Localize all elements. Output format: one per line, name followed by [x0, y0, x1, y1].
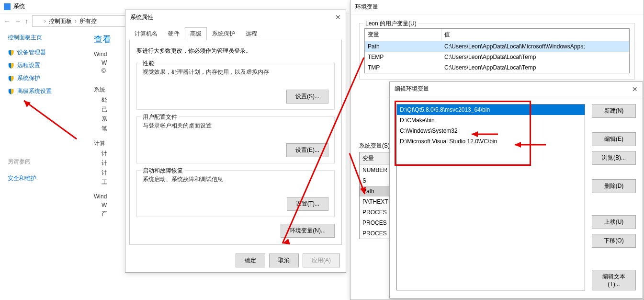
- close-button[interactable]: ✕: [632, 85, 638, 93]
- profile-settings-button[interactable]: 设置(E)...: [286, 143, 328, 157]
- sysprop-title: 系统属性: [130, 13, 153, 22]
- sidebar-item-label: 高级系统设置: [17, 87, 52, 95]
- sidebar-item-device-manager[interactable]: 设备管理器: [8, 48, 84, 57]
- shield-icon: [8, 88, 14, 95]
- list-item[interactable]: D:\CMake\bin: [397, 115, 585, 126]
- sidebar: 控制面板主页 设备管理器 远程设置 系统保护 高级系统设置 另请参阅 安全和维护: [8, 34, 84, 219]
- browse-button[interactable]: 浏览(B)...: [592, 151, 636, 165]
- table-row[interactable]: TEMP C:\Users\Leon\AppData\Local\Temp: [365, 52, 629, 62]
- editenv-titlebar: 编辑环境变量 ✕: [390, 82, 643, 96]
- tab-advanced[interactable]: 高级: [185, 27, 207, 40]
- envvars-titlebar: 环境变量: [350, 0, 644, 14]
- shield-icon: [8, 49, 14, 56]
- cancel-button[interactable]: 取消: [269, 254, 299, 267]
- profile-text: 与登录帐户相关的桌面设置: [143, 122, 328, 130]
- sidebar-item-label: 设备管理器: [17, 48, 46, 57]
- edit-env-dialog: 编辑环境变量 ✕ D:\Qt\Qt5.8.0\5.8\msvc2013_64\b…: [389, 81, 643, 299]
- env-vars-button[interactable]: 环境变量(N)...: [281, 224, 335, 238]
- tab-remote[interactable]: 远程: [240, 27, 262, 40]
- sidebar-item-advanced[interactable]: 高级系统设置: [8, 87, 84, 95]
- editenv-buttons: 新建(N) 编辑(E) 浏览(B)... 删除(D) 上移(U) 下移(O) 编…: [592, 104, 636, 290]
- breadcrumb-item[interactable]: 控制面板: [49, 17, 72, 25]
- profile-group: 用户配置文件 与登录帐户相关的桌面设置 设置(E)...: [136, 116, 335, 163]
- shield-icon: [8, 75, 14, 82]
- sidebar-item-label: 远程设置: [17, 61, 40, 69]
- breadcrumb-sep: ›: [44, 18, 46, 24]
- close-button[interactable]: ✕: [335, 13, 341, 21]
- move-up-button[interactable]: 上移(U): [592, 215, 636, 229]
- envvars-title: 环境变量: [355, 3, 378, 11]
- cell-var: TMP: [365, 62, 441, 73]
- breadcrumb-sep: ›: [75, 18, 77, 24]
- performance-text: 视觉效果，处理器计划，内存使用，以及虚拟内存: [143, 68, 328, 76]
- user-vars-header: 变量 值: [365, 29, 629, 41]
- tab-protection[interactable]: 系统保护: [207, 27, 240, 40]
- shield-icon: [8, 62, 14, 69]
- pc-icon: [35, 18, 41, 24]
- apply-button[interactable]: 应用(A): [303, 254, 340, 267]
- list-item[interactable]: C:\Windows\System32: [397, 126, 585, 136]
- instruct-text: 要进行大多数更改，你必须作为管理员登录。: [136, 47, 335, 55]
- performance-label: 性能: [141, 59, 156, 68]
- edit-button[interactable]: 编辑(E): [592, 132, 636, 146]
- tab-hardware[interactable]: 硬件: [163, 27, 185, 40]
- list-item[interactable]: D:\Microsoft Visual Studio 12.0\VC\bin: [397, 136, 585, 147]
- path-list[interactable]: D:\Qt\Qt5.8.0\5.8\msvc2013_64\bin D:\CMa…: [396, 104, 585, 290]
- breadcrumb-item[interactable]: 所有控: [79, 17, 97, 25]
- editenv-title: 编辑环境变量: [395, 85, 429, 93]
- sidebar-header[interactable]: 控制面板主页: [8, 34, 84, 42]
- cell-val: C:\Users\Leon\AppData\Local\Temp: [441, 52, 629, 62]
- list-item[interactable]: D:\Qt\Qt5.8.0\5.8\msvc2013_64\bin: [397, 104, 585, 115]
- cell-var: Path: [365, 41, 441, 52]
- startup-text: 系统启动、系统故障和调试信息: [143, 175, 328, 184]
- back-button[interactable]: ←: [4, 17, 11, 25]
- profile-label: 用户配置文件: [141, 113, 179, 121]
- sysprop-tabs: 计算机名 硬件 高级 系统保护 远程: [125, 24, 346, 40]
- cell-var: TEMP: [365, 52, 441, 62]
- th-value[interactable]: 值: [441, 29, 629, 41]
- new-button[interactable]: 新建(N): [592, 104, 636, 118]
- performance-settings-button[interactable]: 设置(S)...: [286, 90, 328, 104]
- ok-button[interactable]: 确定: [236, 254, 265, 267]
- user-vars-table[interactable]: 变量 值 Path C:\Users\Leon\AppData\Local\Mi…: [364, 28, 630, 73]
- sysprop-footer: 确定 取消 应用(A): [125, 249, 346, 272]
- system-icon: [4, 3, 11, 10]
- startup-label: 启动和故障恢复: [141, 167, 185, 175]
- see-also-link[interactable]: 安全和维护: [8, 174, 84, 183]
- startup-settings-button[interactable]: 设置(T)...: [287, 197, 328, 211]
- tab-computer-name[interactable]: 计算机名: [129, 27, 163, 40]
- delete-button[interactable]: 删除(D): [592, 179, 636, 193]
- performance-group: 性能 视觉效果，处理器计划，内存使用，以及虚拟内存 设置(S)...: [136, 63, 335, 110]
- system-properties-dialog: 系统属性 ✕ 计算机名 硬件 高级 系统保护 远程 要进行大多数更改，你必须作为…: [125, 10, 346, 273]
- up-button[interactable]: ↑: [25, 17, 28, 25]
- see-also-header: 另请参阅: [8, 158, 84, 166]
- sysprop-content: 要进行大多数更改，你必须作为管理员登录。 性能 视觉效果，处理器计划，内存使用，…: [129, 40, 342, 245]
- move-down-button[interactable]: 下移(O): [592, 234, 636, 248]
- edit-text-button[interactable]: 编辑文本(T)...: [592, 270, 636, 290]
- cell-val: C:\Users\Leon\AppData\Local\Temp: [441, 62, 629, 73]
- sidebar-item-protection[interactable]: 系统保护: [8, 74, 84, 82]
- sidebar-item-remote[interactable]: 远程设置: [8, 61, 84, 69]
- table-row[interactable]: TMP C:\Users\Leon\AppData\Local\Temp: [365, 62, 629, 73]
- forward-button[interactable]: →: [14, 17, 21, 25]
- sysprop-titlebar: 系统属性 ✕: [125, 10, 346, 24]
- user-vars-group: Leon 的用户变量(U) 变量 值 Path C:\Users\Leon\Ap…: [359, 23, 635, 80]
- sidebar-item-label: 系统保护: [17, 74, 40, 82]
- th-variable[interactable]: 变量: [365, 29, 441, 41]
- editenv-body: D:\Qt\Qt5.8.0\5.8\msvc2013_64\bin D:\CMa…: [390, 96, 643, 298]
- cell-val: C:\Users\Leon\AppData\Local\Microsoft\Wi…: [441, 41, 629, 52]
- user-vars-label: Leon 的用户变量(U): [363, 20, 418, 28]
- startup-group: 启动和故障恢复 系统启动、系统故障和调试信息 设置(T)...: [136, 170, 335, 217]
- table-row[interactable]: Path C:\Users\Leon\AppData\Local\Microso…: [365, 41, 629, 52]
